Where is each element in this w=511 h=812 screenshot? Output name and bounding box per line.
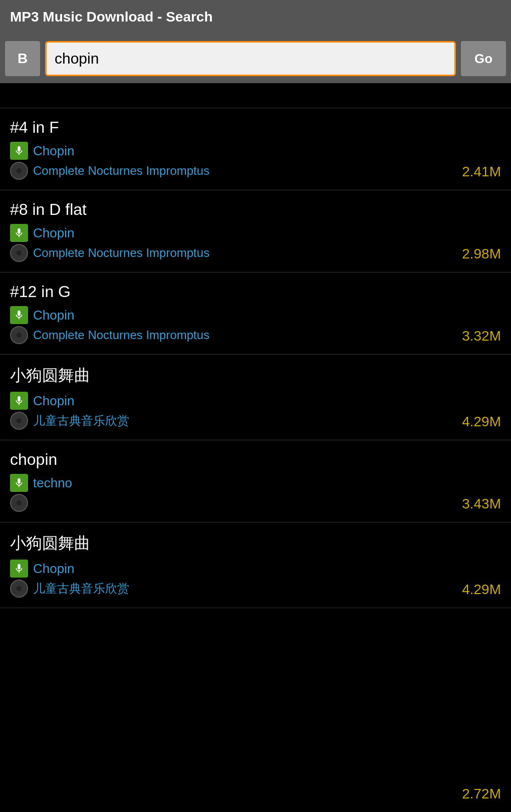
song-meta: Chopin 儿童古典音乐欣赏 bbox=[10, 392, 501, 430]
song-meta: techno bbox=[10, 474, 501, 512]
song-title: chopin bbox=[10, 450, 501, 469]
album-name: Complete Nocturnes Impromptus bbox=[33, 328, 209, 342]
artist-name: Chopin bbox=[33, 561, 74, 577]
disc-icon bbox=[10, 244, 28, 262]
mic-icon bbox=[10, 560, 28, 578]
app-title: MP3 Music Download - Search bbox=[10, 9, 213, 25]
file-size: 2.98M bbox=[462, 246, 501, 262]
artist-name: Chopin bbox=[33, 225, 74, 241]
disc-icon bbox=[10, 494, 28, 512]
file-size: 3.32M bbox=[462, 328, 501, 344]
partial-row: 2.72M bbox=[0, 83, 511, 108]
list-item[interactable]: #12 in G Chopin Complete Nocturnes Impro… bbox=[0, 273, 511, 355]
song-title: #4 in F bbox=[10, 118, 501, 137]
album-row: 儿童古典音乐欣赏 bbox=[10, 580, 501, 598]
album-name: Complete Nocturnes Impromptus bbox=[33, 246, 209, 260]
mic-icon bbox=[10, 142, 28, 160]
artist-name: Chopin bbox=[33, 393, 74, 409]
partial-file-size: 2.72M bbox=[462, 786, 501, 802]
file-size: 4.29M bbox=[462, 582, 501, 598]
disc-icon bbox=[10, 412, 28, 430]
album-name: 儿童古典音乐欣赏 bbox=[33, 581, 129, 597]
song-meta: Chopin Complete Nocturnes Impromptus bbox=[10, 142, 501, 180]
song-meta: Chopin Complete Nocturnes Impromptus bbox=[10, 306, 501, 344]
artist-row: techno bbox=[10, 474, 501, 492]
artist-row: Chopin bbox=[10, 224, 501, 242]
song-title: #8 in D flat bbox=[10, 200, 501, 219]
list-item[interactable]: chopin techno 3.43M bbox=[0, 440, 511, 522]
artist-row: Chopin bbox=[10, 560, 501, 578]
mic-icon bbox=[10, 392, 28, 410]
album-row: Complete Nocturnes Impromptus bbox=[10, 162, 501, 180]
artist-name: Chopin bbox=[33, 143, 74, 159]
disc-icon bbox=[10, 162, 28, 180]
search-input[interactable] bbox=[45, 41, 456, 76]
album-row bbox=[10, 494, 501, 512]
artist-row: Chopin bbox=[10, 142, 501, 160]
file-size: 3.43M bbox=[462, 496, 501, 512]
album-row: 儿童古典音乐欣赏 bbox=[10, 412, 501, 430]
search-bar: B Go bbox=[0, 34, 511, 83]
song-title: #12 in G bbox=[10, 283, 501, 301]
mic-icon bbox=[10, 306, 28, 324]
list-item[interactable]: #8 in D flat Chopin Complete Nocturnes I… bbox=[0, 190, 511, 273]
song-meta: Chopin Complete Nocturnes Impromptus bbox=[10, 224, 501, 262]
artist-name: Chopin bbox=[33, 308, 74, 323]
disc-icon bbox=[10, 580, 28, 598]
mic-icon bbox=[10, 474, 28, 492]
list-item[interactable]: #4 in F Chopin Complete Nocturnes Improm… bbox=[0, 108, 511, 190]
songs-list: #4 in F Chopin Complete Nocturnes Improm… bbox=[0, 108, 511, 608]
album-name: Complete Nocturnes Impromptus bbox=[33, 164, 209, 178]
file-size: 2.41M bbox=[462, 164, 501, 180]
song-meta: Chopin 儿童古典音乐欣赏 bbox=[10, 560, 501, 598]
artist-name: techno bbox=[33, 475, 72, 491]
list-item[interactable]: 小狗圆舞曲 Chopin 儿童古典音乐欣赏 4.29M bbox=[0, 355, 511, 440]
artist-row: Chopin bbox=[10, 306, 501, 324]
song-title: 小狗圆舞曲 bbox=[10, 532, 501, 555]
album-name: 儿童古典音乐欣赏 bbox=[33, 413, 129, 429]
mic-icon bbox=[10, 224, 28, 242]
artist-row: Chopin bbox=[10, 392, 501, 410]
album-row: Complete Nocturnes Impromptus bbox=[10, 326, 501, 344]
song-title: 小狗圆舞曲 bbox=[10, 365, 501, 387]
list-item[interactable]: 小狗圆舞曲 Chopin 儿童古典音乐欣赏 4.29M bbox=[0, 522, 511, 608]
disc-icon bbox=[10, 326, 28, 344]
title-bar: MP3 Music Download - Search bbox=[0, 0, 511, 34]
back-button[interactable]: B bbox=[5, 41, 40, 76]
album-row: Complete Nocturnes Impromptus bbox=[10, 244, 501, 262]
file-size: 4.29M bbox=[462, 414, 501, 430]
go-button[interactable]: Go bbox=[461, 41, 506, 76]
